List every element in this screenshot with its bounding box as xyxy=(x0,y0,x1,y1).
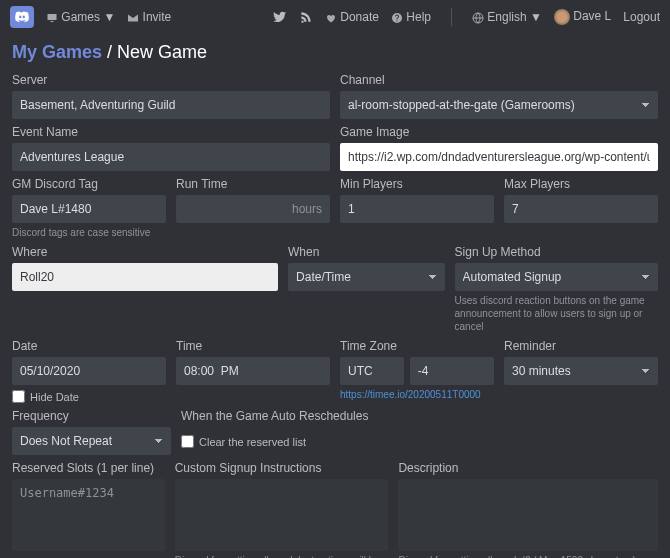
instructions-help: Discord formatting allowed. Instructions… xyxy=(175,554,389,558)
event-name-label: Event Name xyxy=(12,125,330,139)
reminder-label: Reminder xyxy=(504,339,658,353)
date-input[interactable] xyxy=(12,357,166,385)
game-image-input[interactable] xyxy=(340,143,658,171)
monitor-icon xyxy=(46,12,58,24)
event-name-input[interactable] xyxy=(12,143,330,171)
signup-help: Uses discord reaction buttons on the gam… xyxy=(455,294,658,333)
gm-tag-label: GM Discord Tag xyxy=(12,177,166,191)
breadcrumb-current: New Game xyxy=(117,42,207,62)
date-label: Date xyxy=(12,339,166,353)
min-players-label: Min Players xyxy=(340,177,494,191)
twitter-icon[interactable] xyxy=(273,10,287,24)
description-textarea[interactable] xyxy=(398,479,658,551)
timezone-utc-input[interactable] xyxy=(340,357,404,385)
user-menu[interactable]: Dave L xyxy=(554,9,611,25)
donate-link[interactable]: Donate xyxy=(325,10,379,24)
timezone-offset-input[interactable] xyxy=(410,357,494,385)
reminder-select[interactable]: 30 minutes xyxy=(504,357,658,385)
help-link[interactable]: Help xyxy=(391,10,431,24)
game-image-label: Game Image xyxy=(340,125,658,139)
language-menu[interactable]: English ▼ xyxy=(472,10,542,24)
globe-icon xyxy=(472,12,484,24)
clear-reserved-label: Clear the reserved list xyxy=(199,436,306,448)
description-help: Discord formatting allowed. (0 / Max 150… xyxy=(398,554,658,558)
question-icon xyxy=(391,12,403,24)
rss-icon[interactable] xyxy=(299,10,313,24)
app-logo[interactable] xyxy=(10,6,34,28)
reserved-textarea[interactable] xyxy=(12,479,165,551)
timezone-link[interactable]: https://timee.io/20200511T0000 xyxy=(340,389,494,400)
frequency-label: Frequency xyxy=(12,409,171,423)
gm-tag-help: Discord tags are case sensitive xyxy=(12,226,166,239)
instructions-label: Custom Signup Instructions xyxy=(175,461,389,475)
heart-hand-icon xyxy=(325,12,337,24)
reserved-label: Reserved Slots (1 per line) xyxy=(12,461,165,475)
when-label: When xyxy=(288,245,445,259)
run-time-label: Run Time xyxy=(176,177,330,191)
run-time-suffix: hours xyxy=(292,202,322,216)
description-label: Description xyxy=(398,461,658,475)
signup-label: Sign Up Method xyxy=(455,245,658,259)
logout-link[interactable]: Logout xyxy=(623,10,660,24)
channel-select[interactable]: al-room-stopped-at-the-gate (Gamerooms) xyxy=(340,91,658,119)
signup-select[interactable]: Automated Signup xyxy=(455,263,658,291)
server-input[interactable] xyxy=(12,91,330,119)
when-select[interactable]: Date/Time xyxy=(288,263,445,291)
avatar xyxy=(554,9,570,25)
breadcrumb: My Games / New Game xyxy=(12,42,658,63)
time-label: Time xyxy=(176,339,330,353)
auto-resched-label: When the Game Auto Reschedules xyxy=(181,409,658,423)
min-players-input[interactable] xyxy=(340,195,494,223)
where-label: Where xyxy=(12,245,278,259)
instructions-textarea[interactable] xyxy=(175,479,389,551)
where-input[interactable] xyxy=(12,263,278,291)
topbar: Games ▼ Invite Donate Help English ▼ Dav… xyxy=(0,0,670,34)
envelope-icon xyxy=(127,12,139,24)
max-players-label: Max Players xyxy=(504,177,658,191)
hide-date-checkbox[interactable] xyxy=(12,390,25,403)
clear-reserved-checkbox[interactable] xyxy=(181,435,194,448)
chevron-down-icon: ▼ xyxy=(103,10,115,24)
server-label: Server xyxy=(12,73,330,87)
gm-tag-input[interactable] xyxy=(12,195,166,223)
hide-date-label: Hide Date xyxy=(30,391,79,403)
separator xyxy=(451,8,452,26)
invite-link[interactable]: Invite xyxy=(127,10,171,24)
time-input[interactable] xyxy=(176,357,330,385)
max-players-input[interactable] xyxy=(504,195,658,223)
channel-label: Channel xyxy=(340,73,658,87)
breadcrumb-root[interactable]: My Games xyxy=(12,42,102,62)
frequency-select[interactable]: Does Not Repeat xyxy=(12,427,171,455)
games-menu[interactable]: Games ▼ xyxy=(46,10,115,24)
chevron-down-icon: ▼ xyxy=(530,10,542,24)
timezone-label: Time Zone xyxy=(340,339,494,353)
